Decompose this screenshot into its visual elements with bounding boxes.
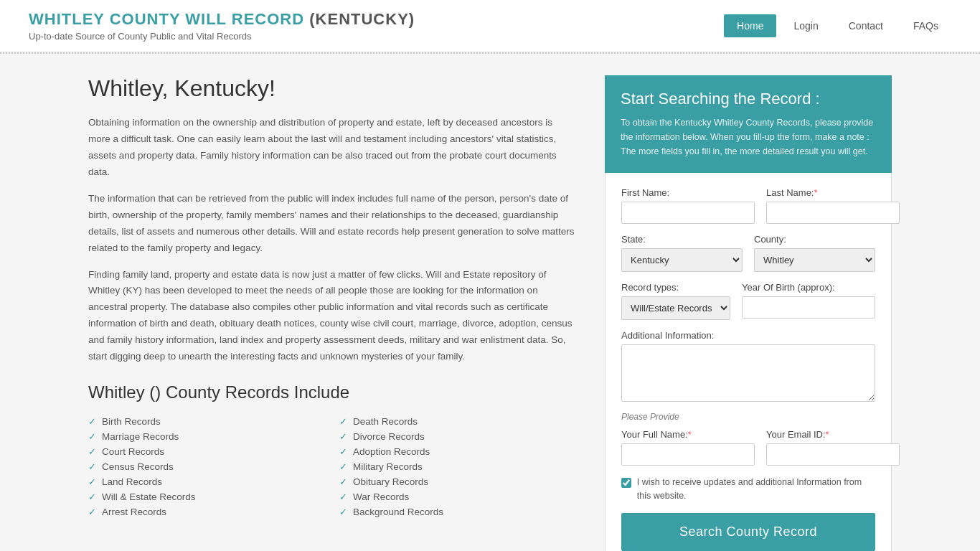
check-icon: ✓ (339, 446, 347, 457)
main-nav: Home Login Contact FAQs (724, 14, 951, 37)
year-of-birth-input[interactable] (742, 296, 875, 319)
check-icon: ✓ (339, 431, 347, 442)
check-icon: ✓ (88, 461, 96, 472)
state-select[interactable]: Kentucky Alabama Alaska Arizona Arkansas… (621, 248, 743, 272)
last-name-label: Last Name:* (766, 187, 900, 198)
state-label: State: (621, 234, 743, 245)
newsletter-label: I wish to receive updates and additional… (637, 476, 875, 503)
records-grid: ✓Birth Records ✓Marriage Records ✓Court … (88, 414, 576, 519)
nav-contact[interactable]: Contact (836, 14, 896, 37)
record-label: Death Records (353, 416, 418, 427)
check-icon: ✓ (88, 416, 96, 427)
county-label: County: (754, 234, 875, 245)
record-label: Marriage Records (102, 431, 179, 442)
record-label: Background Records (353, 507, 443, 517)
check-icon: ✓ (339, 461, 347, 472)
name-row: First Name: Last Name:* (621, 187, 875, 224)
list-item: ✓Land Records (88, 474, 325, 489)
record-label: Court Records (102, 446, 164, 457)
check-icon: ✓ (339, 491, 347, 502)
header: WHITLEY COUNTY WILL RECORD (KENTUCKY) Up… (0, 0, 980, 52)
first-name-group: First Name: (621, 187, 755, 224)
state-county-row: State: Kentucky Alabama Alaska Arizona A… (621, 234, 875, 272)
records-col2: ✓Death Records ✓Divorce Records ✓Adoptio… (339, 414, 576, 519)
form-body: First Name: Last Name:* State: Kentucky … (605, 173, 892, 551)
page-heading: Whitley, Kentucky! (88, 75, 576, 102)
county-select[interactable]: Whitley Allen Anderson Ballard Barren Ba… (754, 248, 875, 272)
record-types-group: Record types: Will/Estate Records Birth … (621, 282, 730, 320)
list-item: ✓Birth Records (88, 414, 325, 429)
record-label: Birth Records (102, 416, 161, 427)
paragraph-2: The information that can be retrieved fr… (88, 191, 576, 257)
record-label: Obituary Records (353, 476, 428, 487)
list-item: ✓Death Records (339, 414, 576, 429)
records-col1: ✓Birth Records ✓Marriage Records ✓Court … (88, 414, 325, 519)
title-teal: WHITLEY COUNTY WILL RECORD (29, 10, 304, 28)
newsletter-row: I wish to receive updates and additional… (621, 476, 875, 503)
record-label: Adoption Records (353, 446, 430, 457)
record-label: Census Records (102, 461, 174, 472)
site-title: WHITLEY COUNTY WILL RECORD (KENTUCKY) (29, 10, 415, 29)
main-content: Whitley, Kentucky! Obtaining information… (60, 54, 920, 551)
first-name-input[interactable] (621, 202, 755, 224)
search-county-record-button[interactable]: Search County Record (621, 513, 875, 551)
record-label: Military Records (353, 461, 423, 472)
last-name-group: Last Name:* (766, 187, 900, 224)
full-name-input[interactable] (621, 443, 755, 466)
list-item: ✓Arrest Records (88, 504, 325, 519)
nav-login[interactable]: Login (781, 14, 831, 37)
search-form-panel: Start Searching the Record : To obtain t… (605, 75, 892, 551)
record-types-select[interactable]: Will/Estate Records Birth Records Death … (621, 296, 730, 320)
form-description: To obtain the Kentucky Whitley County Re… (621, 116, 876, 159)
record-label: Will & Estate Records (102, 491, 196, 502)
left-section: Whitley, Kentucky! Obtaining information… (88, 75, 576, 519)
check-icon: ✓ (88, 446, 96, 457)
list-item: ✓Marriage Records (88, 429, 325, 444)
additional-info-textarea[interactable] (621, 344, 875, 402)
year-of-birth-label: Year Of Birth (approx): (742, 282, 875, 293)
record-label: Land Records (102, 476, 162, 487)
record-types-label: Record types: (621, 282, 730, 293)
check-icon: ✓ (88, 431, 96, 442)
last-name-input[interactable] (766, 202, 900, 224)
check-icon: ✓ (88, 476, 96, 487)
site-subtitle: Up-to-date Source of County Public and V… (29, 31, 415, 42)
newsletter-checkbox[interactable] (621, 477, 631, 489)
list-item: ✓Adoption Records (339, 444, 576, 459)
record-label: War Records (353, 491, 409, 502)
check-icon: ✓ (339, 416, 347, 427)
record-label: Divorce Records (353, 431, 425, 442)
records-heading: Whitley () County Records Include (88, 382, 576, 402)
check-icon: ✓ (339, 507, 347, 517)
additional-info-label: Additional Information: (621, 330, 875, 341)
list-item: ✓Obituary Records (339, 474, 576, 489)
form-title: Start Searching the Record : (621, 90, 876, 108)
email-group: Your Email ID:* (766, 429, 900, 466)
list-item: ✓Will & Estate Records (88, 489, 325, 504)
full-name-group: Your Full Name:* (621, 429, 755, 466)
nav-home[interactable]: Home (724, 14, 776, 37)
email-input[interactable] (766, 443, 900, 466)
please-provide-label: Please Provide (621, 412, 875, 422)
record-year-row: Record types: Will/Estate Records Birth … (621, 282, 875, 320)
year-of-birth-group: Year Of Birth (approx): (742, 282, 875, 320)
list-item: ✓Divorce Records (339, 429, 576, 444)
check-icon: ✓ (88, 507, 96, 517)
nav-faqs[interactable]: FAQs (900, 14, 951, 37)
state-group: State: Kentucky Alabama Alaska Arizona A… (621, 234, 743, 272)
list-item: ✓Census Records (88, 459, 325, 474)
additional-info-group: Additional Information: (621, 330, 875, 402)
list-item: ✓Military Records (339, 459, 576, 474)
paragraph-1: Obtaining information on the ownership a… (88, 115, 576, 181)
check-icon: ✓ (88, 491, 96, 502)
brand: WHITLEY COUNTY WILL RECORD (KENTUCKY) Up… (29, 10, 415, 42)
record-label: Arrest Records (102, 507, 166, 517)
list-item: ✓Court Records (88, 444, 325, 459)
email-label: Your Email ID:* (766, 429, 900, 440)
list-item: ✓Background Records (339, 504, 576, 519)
first-name-label: First Name: (621, 187, 755, 198)
paragraph-3: Finding family land, property and estate… (88, 267, 576, 366)
county-group: County: Whitley Allen Anderson Ballard B… (754, 234, 875, 272)
list-item: ✓War Records (339, 489, 576, 504)
title-gray: (KENTUCKY) (309, 10, 415, 28)
